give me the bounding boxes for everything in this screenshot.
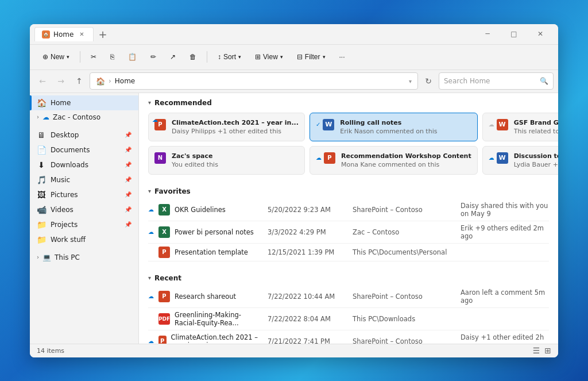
filter-button[interactable]: ⊟ Filter ▾ (291, 50, 331, 64)
sidebar-item-projects[interactable]: 📁 Projects 📌 (30, 217, 138, 232)
path-dropdown-icon: ▾ (409, 78, 412, 84)
main-content: 🏠 Home › ☁ Zac - Contoso 🖥 Desktop 📌 📄 D… (30, 93, 558, 344)
sidebar: 🏠 Home › ☁ Zac - Contoso 🖥 Desktop 📌 📄 D… (30, 93, 139, 344)
recent-header[interactable]: ▾ Recent (139, 268, 558, 286)
minimize-button[interactable]: ─ (474, 25, 501, 43)
forward-button[interactable]: → (53, 73, 69, 89)
onedrive-icon: ☁ (42, 113, 49, 121)
new-button[interactable]: ⊕ New ▾ (37, 50, 75, 64)
rec-card-title-5: Discussion topics 1 (514, 152, 558, 160)
ppt-icon: P (158, 247, 170, 258)
maximize-button[interactable]: □ (501, 25, 527, 43)
rec-card-sub-5: Lydia Bauer + 5 others edited this (514, 161, 558, 168)
sort-chevron-icon: ▾ (238, 54, 241, 60)
list-item[interactable]: ☁ P Research shareout 7/22/2022 10:44 AM… (148, 286, 549, 308)
rec-card-5[interactable]: ☁ W Discussion topics 1 Lydia Bauer + 5 … (482, 146, 558, 175)
recent-list: ☁ P Research shareout 7/22/2022 10:44 AM… (139, 286, 558, 344)
cut-button[interactable]: ✂ (85, 50, 102, 64)
rec-card-1[interactable]: ✓ W Rolling call notes Erik Nason commen… (310, 113, 478, 141)
up-button[interactable]: ↑ (71, 73, 87, 89)
refresh-button[interactable]: ↻ (420, 73, 436, 89)
share-button[interactable]: ↗ (164, 50, 181, 64)
new-icon: ⊕ (42, 53, 48, 61)
list-item[interactable]: ☁ X OKR Guidelines 5/20/2022 9:23 AM Sha… (148, 199, 549, 221)
list-view-icon[interactable]: ☰ (533, 346, 540, 355)
cloud-badge-icon: ☁ (152, 117, 158, 123)
delete-button[interactable]: 🗑 (184, 50, 202, 64)
music-icon: 🎵 (37, 175, 46, 184)
address-bar: ← → ↑ 🏠 › Home ▾ ↻ Search Home 🔍 (30, 70, 558, 93)
more-button[interactable]: ··· (334, 50, 351, 64)
close-button[interactable]: ✕ (527, 25, 554, 43)
sidebar-item-home[interactable]: 🏠 Home (30, 95, 138, 110)
recommended-grid: ☁ P ClimateAction.tech 2021 – year in...… (139, 110, 558, 182)
view-controls: ☰ ⊞ (533, 346, 551, 355)
paste-icon: 📋 (128, 53, 137, 61)
path-separator: › (109, 77, 111, 85)
item-count: 14 items (37, 347, 64, 355)
recommended-header[interactable]: ▾ Recommended (139, 93, 558, 110)
home-icon: 🏠 (37, 98, 46, 107)
search-icon: 🔍 (540, 77, 548, 85)
search-placeholder: Search Home (444, 77, 490, 85)
paste-button[interactable]: 📋 (122, 50, 142, 64)
sidebar-item-pictures[interactable]: 🖼 Pictures 📌 (30, 187, 138, 202)
delete-icon: 🗑 (189, 53, 196, 61)
pdf-icon: PDF (158, 313, 170, 325)
favorites-header[interactable]: ▾ Favorites (139, 182, 558, 199)
cloud-icon: ☁ (148, 206, 154, 213)
rec-card-title-4: Recommendation Workshop Content (341, 152, 471, 160)
onedrive-expand-icon: › (37, 114, 39, 120)
content-area: ▾ Recommended ☁ P ClimateAction.tech 202… (139, 93, 558, 344)
sidebar-item-documents[interactable]: 📄 Documents 📌 (30, 143, 138, 157)
rec-card-4[interactable]: ☁ P Recommendation Workshop Content Mona… (310, 146, 478, 175)
rename-icon: ✏ (150, 53, 156, 61)
cloud-icon: ☁ (148, 249, 154, 255)
filter-icon: ⊟ (297, 53, 303, 61)
sort-button[interactable]: ↕ Sort ▾ (212, 50, 247, 64)
list-item[interactable]: ☁ X Power bi personal notes 3/3/2022 4:2… (148, 221, 549, 244)
sidebar-item-desktop[interactable]: 🖥 Desktop 📌 (30, 128, 138, 143)
rec-card-0[interactable]: ☁ P ClimateAction.tech 2021 – year in...… (148, 113, 305, 141)
filter-chevron-icon: ▾ (323, 54, 326, 60)
view-button[interactable]: ⊞ View ▾ (249, 50, 289, 64)
sidebar-item-workstuff[interactable]: 📁 Work stuff (30, 232, 138, 247)
pin-icon: 📌 (125, 176, 131, 183)
list-item[interactable]: ☁ P ClimateAction.tech 2021 – year in re… (148, 330, 549, 344)
back-button[interactable]: ← (34, 73, 51, 89)
tab-home-icon: 🏠 (42, 30, 50, 39)
new-tab-button[interactable]: + (98, 28, 107, 40)
favorites-list: ☁ X OKR Guidelines 5/20/2022 9:23 AM Sha… (139, 199, 558, 268)
address-path[interactable]: 🏠 › Home ▾ (90, 72, 418, 90)
rec-card-2[interactable]: ☁ W GSF Brand Guideline v01 This related… (482, 113, 558, 141)
search-box[interactable]: Search Home 🔍 (439, 72, 554, 90)
list-item[interactable]: ☁ PDF Greenlining-Making-Racial-Equity-R… (148, 308, 549, 330)
rec-card-title-1: Rolling call notes (340, 119, 471, 126)
rec-card-3[interactable]: N Zac's space You edited this (148, 146, 305, 175)
cloud-badge-icon: ☁ (489, 155, 494, 161)
rename-button[interactable]: ✏ (145, 50, 162, 64)
path-current: Home (115, 77, 135, 85)
share-icon: ↗ (170, 53, 176, 61)
window-tab[interactable]: 🏠 Home ✕ (34, 27, 94, 41)
grid-view-icon[interactable]: ⊞ (544, 346, 551, 355)
copy-button[interactable]: ⎘ (105, 50, 120, 64)
pin-icon: 📌 (125, 147, 131, 153)
toolbar-separator-1 (80, 51, 80, 63)
recommended-chevron-icon: ▾ (148, 99, 151, 106)
view-chevron-icon: ▾ (280, 54, 283, 60)
path-home-icon: 🏠 (96, 77, 105, 86)
sidebar-item-videos[interactable]: 📹 Videos 📌 (30, 202, 138, 217)
cut-icon: ✂ (91, 53, 96, 61)
tab-close-button[interactable]: ✕ (77, 30, 86, 39)
sidebar-item-music[interactable]: 🎵 Music 📌 (30, 172, 138, 187)
file-explorer-window: 🏠 Home ✕ + ─ □ ✕ ⊕ New ▾ ✂ ⎘ 📋 ✏ (30, 24, 558, 357)
word-icon: W (323, 119, 334, 130)
excel-icon: X (158, 204, 170, 215)
sidebar-item-thispc[interactable]: › 💻 This PC (30, 251, 138, 264)
sidebar-item-onedrive[interactable]: › ☁ Zac - Contoso (30, 110, 138, 124)
thispc-icon: 💻 (42, 253, 51, 261)
sidebar-item-downloads[interactable]: ⬇ Downloads 📌 (30, 157, 138, 172)
new-chevron-icon: ▾ (67, 54, 69, 60)
list-item[interactable]: ☁ P Presentation template 12/15/2021 1:3… (148, 244, 549, 261)
